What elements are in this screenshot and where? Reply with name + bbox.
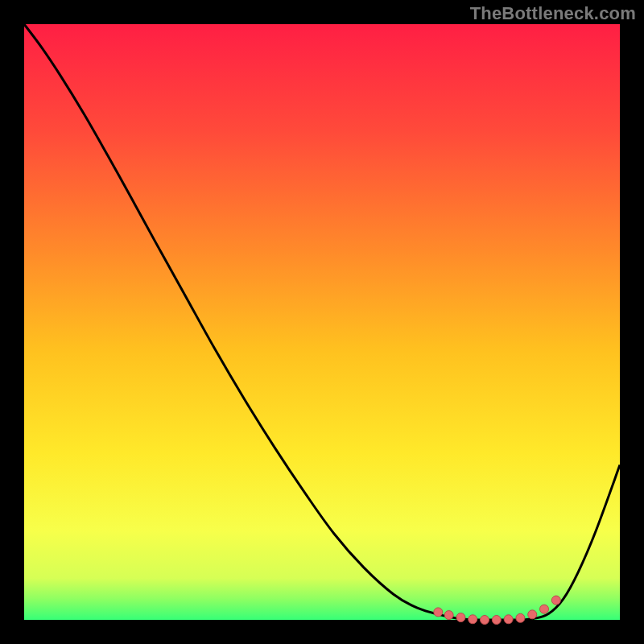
chart-stage: TheBottleneck.com [0, 0, 644, 644]
optimal-dot [456, 613, 465, 622]
optimal-dot [528, 610, 537, 619]
optimal-dot [444, 611, 453, 620]
optimal-dot [481, 616, 489, 625]
bottleneck-chart [0, 0, 644, 644]
optimal-dot [551, 596, 560, 605]
plot-background [24, 24, 620, 620]
optimal-dot [540, 605, 549, 613]
optimal-dot [434, 608, 443, 617]
optimal-dot [469, 615, 477, 624]
optimal-dot [504, 615, 513, 624]
optimal-dot [492, 616, 501, 625]
optimal-dot [516, 613, 525, 622]
